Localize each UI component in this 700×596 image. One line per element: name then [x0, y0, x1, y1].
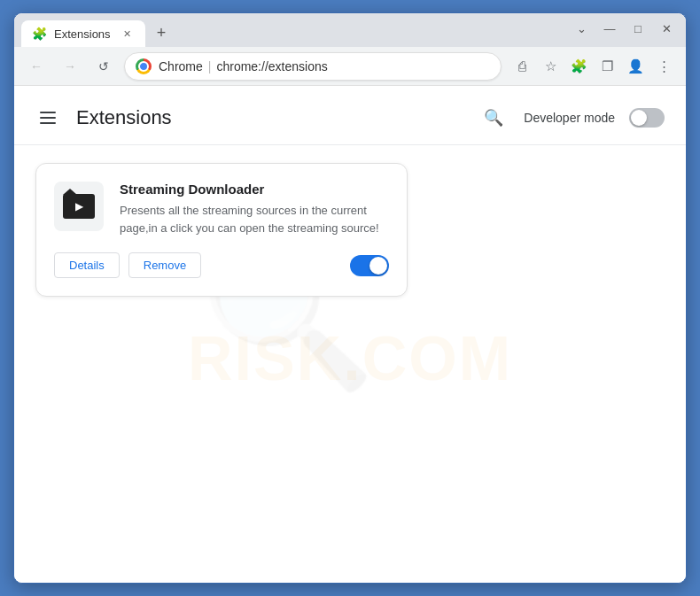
clapperboard-icon — [63, 194, 95, 219]
tab-title: Extensions — [54, 27, 112, 41]
card-bottom: Details Remove — [54, 252, 389, 278]
toolbar-actions: ⎙ ☆ 🧩 ❐ 👤 ⋮ — [509, 53, 677, 80]
extension-description: Presents all the streaming sources in th… — [120, 202, 389, 236]
remove-button[interactable]: Remove — [128, 252, 201, 278]
new-tab-button[interactable]: + — [149, 20, 174, 45]
url-text: chrome://extensions — [216, 59, 327, 74]
extension-info: Streaming Downloader Presents all the st… — [120, 182, 389, 236]
browser-window: 🧩 Extensions ✕ + ⌄ — □ ✕ ← → ↺ Chrome | … — [13, 12, 687, 584]
hamburger-line-1 — [40, 112, 56, 113]
details-button[interactable]: Details — [54, 252, 120, 278]
sidebar-button[interactable]: ❐ — [594, 53, 620, 80]
hamburger-line-2 — [40, 117, 56, 119]
page-content: Extensions 🔍 Developer mode 🔍 RISK.COM — [14, 86, 686, 583]
maximize-button[interactable]: □ — [626, 16, 650, 41]
chrome-logo-icon — [136, 58, 152, 74]
extension-toggle[interactable] — [350, 255, 389, 276]
extensions-header: Extensions 🔍 Developer mode — [14, 86, 686, 145]
header-right: 🔍 Developer mode — [478, 102, 665, 134]
tab-extension-icon: 🧩 — [32, 27, 47, 41]
title-bar: 🧩 Extensions ✕ + ⌄ — □ ✕ — [14, 13, 686, 47]
address-text: Chrome | chrome://extensions — [159, 59, 328, 74]
reload-button[interactable]: ↺ — [90, 53, 117, 80]
main-area: 🔍 RISK.COM Streaming Downloader Presents… — [14, 145, 686, 571]
extension-toggle-knob — [369, 257, 387, 275]
toggle-knob — [631, 110, 647, 126]
site-name: Chrome — [159, 59, 203, 74]
menu-button[interactable]: ⋮ — [650, 53, 677, 80]
active-tab[interactable]: 🧩 Extensions ✕ — [21, 20, 145, 47]
watermark-text: RISK.COM — [188, 323, 512, 394]
page-title: Extensions — [76, 106, 172, 129]
tab-close-button[interactable]: ✕ — [119, 26, 135, 42]
extensions-button[interactable]: 🧩 — [565, 53, 592, 80]
tab-area: 🧩 Extensions ✕ + — [21, 13, 569, 47]
developer-mode-toggle[interactable] — [629, 108, 665, 128]
address-separator: | — [208, 59, 212, 74]
hamburger-line-3 — [40, 122, 56, 124]
toolbar: ← → ↺ Chrome | chrome://extensions ⎙ ☆ 🧩… — [14, 47, 686, 86]
developer-mode-label: Developer mode — [524, 111, 615, 125]
back-button[interactable]: ← — [23, 53, 50, 80]
window-controls: ⌄ — □ ✕ — [569, 13, 679, 47]
profile-button[interactable]: 👤 — [622, 53, 649, 80]
chevron-down-button[interactable]: ⌄ — [569, 16, 594, 41]
share-button[interactable]: ⎙ — [509, 53, 535, 80]
bookmark-button[interactable]: ☆ — [537, 53, 564, 80]
minimize-button[interactable]: — — [597, 16, 622, 41]
extension-card: Streaming Downloader Presents all the st… — [35, 163, 408, 297]
extension-icon — [54, 182, 104, 231]
hamburger-menu-button[interactable] — [32, 102, 64, 134]
address-bar[interactable]: Chrome | chrome://extensions — [124, 52, 502, 81]
extension-name: Streaming Downloader — [120, 182, 389, 197]
search-button[interactable]: 🔍 — [478, 102, 509, 134]
forward-button[interactable]: → — [57, 53, 83, 80]
close-button[interactable]: ✕ — [654, 16, 679, 41]
card-top: Streaming Downloader Presents all the st… — [54, 182, 389, 236]
